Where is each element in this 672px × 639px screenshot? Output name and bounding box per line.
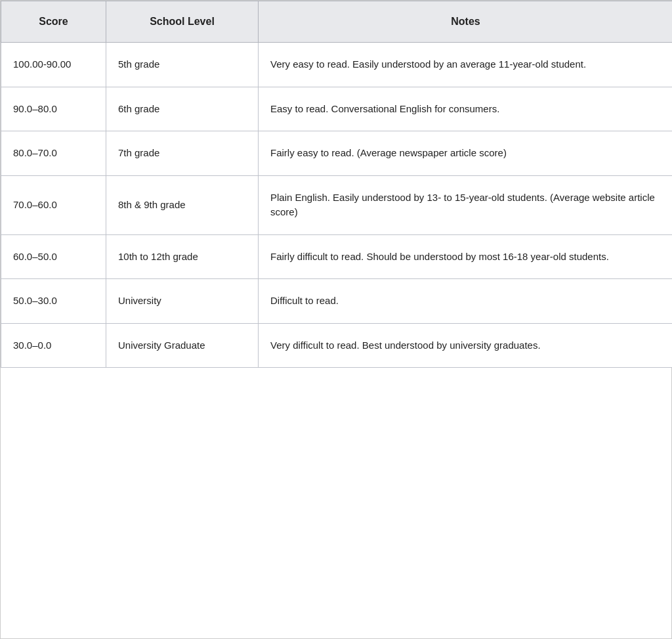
cell-notes: Plain English. Easily understood by 13- … <box>259 175 673 234</box>
cell-notes: Fairly easy to read. (Average newspaper … <box>259 131 673 176</box>
cell-level: 5th grade <box>106 43 259 87</box>
cell-level: 8th & 9th grade <box>106 175 259 234</box>
cell-notes: Fairly difficult to read. Should be unde… <box>259 234 673 279</box>
table-header-row: Score School Level Notes <box>1 1 673 43</box>
cell-score: 60.0–50.0 <box>1 234 106 279</box>
table-row: 90.0–80.06th gradeEasy to read. Conversa… <box>1 87 673 131</box>
table-row: 60.0–50.010th to 12th gradeFairly diffic… <box>1 234 673 279</box>
cell-notes: Very easy to read. Easily understood by … <box>259 43 673 87</box>
table-row: 30.0–0.0University GraduateVery difficul… <box>1 323 673 368</box>
cell-score: 100.00-90.00 <box>1 43 106 87</box>
cell-score: 70.0–60.0 <box>1 175 106 234</box>
cell-score: 90.0–80.0 <box>1 87 106 131</box>
cell-level: University Graduate <box>106 323 259 368</box>
readability-table: Score School Level Notes 100.00-90.005th… <box>1 1 672 368</box>
table-row: 70.0–60.08th & 9th gradePlain English. E… <box>1 175 673 234</box>
cell-score: 80.0–70.0 <box>1 131 106 176</box>
table-row: 100.00-90.005th gradeVery easy to read. … <box>1 43 673 87</box>
header-score: Score <box>1 1 106 43</box>
cell-score: 50.0–30.0 <box>1 279 106 324</box>
readability-table-wrapper: Score School Level Notes 100.00-90.005th… <box>0 0 672 639</box>
cell-notes: Difficult to read. <box>259 279 673 324</box>
cell-notes: Very difficult to read. Best understood … <box>259 323 673 368</box>
cell-level: University <box>106 279 259 324</box>
cell-level: 7th grade <box>106 131 259 176</box>
cell-level: 6th grade <box>106 87 259 131</box>
table-row: 80.0–70.07th gradeFairly easy to read. (… <box>1 131 673 176</box>
cell-score: 30.0–0.0 <box>1 323 106 368</box>
table-row: 50.0–30.0UniversityDifficult to read. <box>1 279 673 324</box>
cell-level: 10th to 12th grade <box>106 234 259 279</box>
header-notes: Notes <box>259 1 673 43</box>
header-level: School Level <box>106 1 259 43</box>
cell-notes: Easy to read. Conversational English for… <box>259 87 673 131</box>
